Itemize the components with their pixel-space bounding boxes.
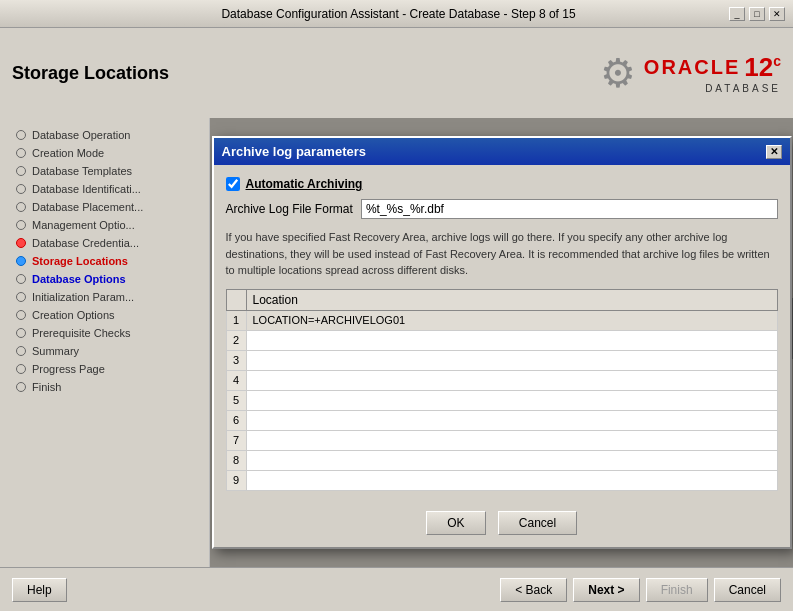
sidebar-label-finish: Finish <box>32 381 61 393</box>
modal-overlay: Archive log parameters ✕ Automatic Archi… <box>210 118 793 567</box>
location-value[interactable] <box>246 430 777 450</box>
sidebar-item-database-options[interactable]: Database Options <box>0 270 209 288</box>
sidebar-item-database-placement[interactable]: Database Placement... <box>0 198 209 216</box>
next-button[interactable]: Next > <box>573 578 639 602</box>
row-number: 8 <box>226 450 246 470</box>
location-value[interactable] <box>246 370 777 390</box>
row-number: 7 <box>226 430 246 450</box>
sidebar-dot-database-placement <box>16 202 26 212</box>
format-input[interactable] <box>361 199 778 219</box>
sidebar-dot-creation-options <box>16 310 26 320</box>
cancel-button-bottom[interactable]: Cancel <box>714 578 781 602</box>
location-table: Location 1LOCATION=+ARCHIVELOG0123456789 <box>226 289 778 491</box>
sidebar-label-storage-locations: Storage Locations <box>32 255 128 267</box>
sidebar-item-progress-page[interactable]: Progress Page <box>0 360 209 378</box>
sidebar-dot-progress-page <box>16 364 26 374</box>
row-number: 2 <box>226 330 246 350</box>
location-value[interactable] <box>246 470 777 490</box>
row-number: 5 <box>226 390 246 410</box>
sidebar-item-finish[interactable]: Finish <box>0 378 209 396</box>
back-button[interactable]: < Back <box>500 578 567 602</box>
location-value[interactable] <box>246 450 777 470</box>
sidebar-item-database-credentials[interactable]: Database Credentia... <box>0 234 209 252</box>
sidebar-item-initialization-params[interactable]: Initialization Param... <box>0 288 209 306</box>
description-text: If you have specified Fast Recovery Area… <box>226 229 778 279</box>
sidebar-label-database-templates: Database Templates <box>32 165 132 177</box>
sidebar-dot-database-credentials <box>16 238 26 248</box>
auto-archiving-checkbox[interactable] <box>226 177 240 191</box>
cancel-button[interactable]: Cancel <box>498 511 577 535</box>
main-window: Storage Locations ⚙ ORACLE 12c DATABASE … <box>0 28 793 611</box>
auto-archiving-row: Automatic Archiving <box>226 177 778 191</box>
modal-title: Archive log parameters <box>222 144 367 159</box>
sidebar-label-database-options: Database Options <box>32 273 126 285</box>
sidebar-label-progress-page: Progress Page <box>32 363 105 375</box>
sidebar-item-database-operation[interactable]: Database Operation <box>0 126 209 144</box>
table-row[interactable]: 3 <box>226 350 777 370</box>
table-row[interactable]: 2 <box>226 330 777 350</box>
sidebar-label-database-credentials: Database Credentia... <box>32 237 139 249</box>
table-row[interactable]: 7 <box>226 430 777 450</box>
sidebar-item-database-templates[interactable]: Database Templates <box>0 162 209 180</box>
oracle-text: ORACLE <box>644 56 740 79</box>
sidebar-dot-database-options <box>16 274 26 284</box>
sidebar-dot-database-templates <box>16 166 26 176</box>
location-value[interactable]: LOCATION=+ARCHIVELOG01 <box>246 310 777 330</box>
table-row[interactable]: 6 <box>226 410 777 430</box>
row-number: 1 <box>226 310 246 330</box>
modal-title-bar: Archive log parameters ✕ <box>214 138 790 165</box>
sidebar-item-database-identification[interactable]: Database Identificati... <box>0 180 209 198</box>
sidebar-item-management-options[interactable]: Management Optio... <box>0 216 209 234</box>
location-value[interactable] <box>246 350 777 370</box>
sidebar-dot-database-operation <box>16 130 26 140</box>
sidebar-item-summary[interactable]: Summary <box>0 342 209 360</box>
sidebar-item-creation-mode[interactable]: Creation Mode <box>0 144 209 162</box>
location-value[interactable] <box>246 390 777 410</box>
sidebar-label-database-identification: Database Identificati... <box>32 183 141 195</box>
oracle-logo: ORACLE 12c DATABASE <box>644 52 781 94</box>
row-number: 4 <box>226 370 246 390</box>
sidebar-label-prerequisite-checks: Prerequisite Checks <box>32 327 130 339</box>
sidebar-dot-creation-mode <box>16 148 26 158</box>
table-row[interactable]: 4 <box>226 370 777 390</box>
oracle-database-label: DATABASE <box>705 83 781 94</box>
sidebar-item-storage-locations[interactable]: Storage Locations <box>0 252 209 270</box>
modal-body: Automatic Archiving Archive Log File For… <box>214 165 790 547</box>
location-value[interactable] <box>246 410 777 430</box>
sidebar-label-database-placement: Database Placement... <box>32 201 143 213</box>
sidebar-item-prerequisite-checks[interactable]: Prerequisite Checks <box>0 324 209 342</box>
window-title: Database Configuration Assistant - Creat… <box>68 7 729 21</box>
auto-archiving-label: Automatic Archiving <box>246 177 363 191</box>
close-button[interactable]: ✕ <box>769 7 785 21</box>
page-title: Storage Locations <box>12 63 169 84</box>
bottom-right: < Back Next > Finish Cancel <box>500 578 781 602</box>
title-bar: Database Configuration Assistant - Creat… <box>0 0 793 28</box>
sidebar-label-initialization-params: Initialization Param... <box>32 291 134 303</box>
row-number-header <box>226 289 246 310</box>
sidebar-dot-database-identification <box>16 184 26 194</box>
ok-button[interactable]: OK <box>426 511 486 535</box>
location-value[interactable] <box>246 330 777 350</box>
help-button[interactable]: Help <box>12 578 67 602</box>
table-row[interactable]: 9 <box>226 470 777 490</box>
sidebar-dot-finish <box>16 382 26 392</box>
sidebar-dot-storage-locations <box>16 256 26 266</box>
restore-button[interactable]: □ <box>749 7 765 21</box>
table-row[interactable]: 5 <box>226 390 777 410</box>
modal-close-button[interactable]: ✕ <box>766 145 782 159</box>
row-number: 3 <box>226 350 246 370</box>
sidebar-dot-prerequisite-checks <box>16 328 26 338</box>
sidebar-dot-summary <box>16 346 26 356</box>
window-controls: _ □ ✕ <box>729 7 785 21</box>
sidebar-label-summary: Summary <box>32 345 79 357</box>
table-row[interactable]: 8 <box>226 450 777 470</box>
minimize-button[interactable]: _ <box>729 7 745 21</box>
header-area: Storage Locations ⚙ ORACLE 12c DATABASE <box>0 28 793 118</box>
finish-button[interactable]: Finish <box>646 578 708 602</box>
archive-log-dialog: Archive log parameters ✕ Automatic Archi… <box>212 136 792 549</box>
sidebar-label-database-operation: Database Operation <box>32 129 130 141</box>
sidebar-item-creation-options[interactable]: Creation Options <box>0 306 209 324</box>
row-number: 6 <box>226 410 246 430</box>
bottom-left: Help <box>12 578 67 602</box>
table-row[interactable]: 1LOCATION=+ARCHIVELOG01 <box>226 310 777 330</box>
